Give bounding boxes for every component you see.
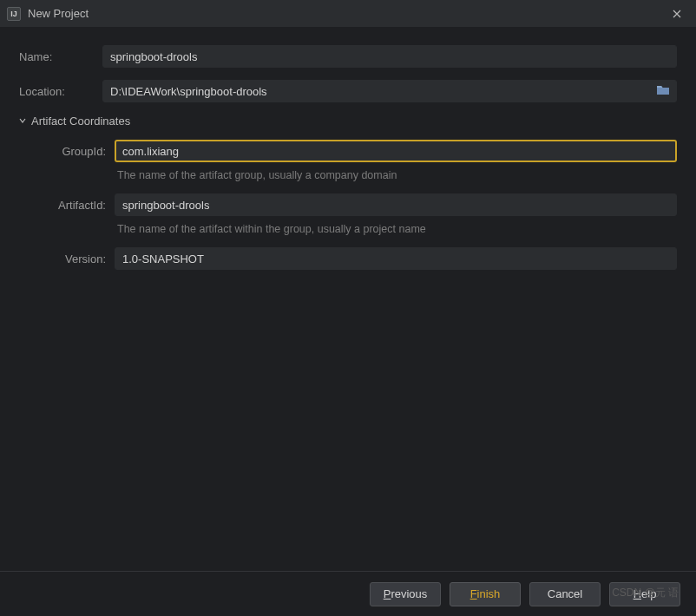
artifact-section-title: Artifact Coordinates (31, 115, 130, 128)
location-label: Location: (19, 85, 102, 98)
name-row: Name: (19, 45, 677, 68)
cancel-button[interactable]: Cancel (529, 582, 601, 606)
button-bar: Previous Finish Cancel Help (0, 571, 696, 616)
version-input[interactable] (115, 247, 677, 270)
artifact-fields: GroupId: The name of the artifact group,… (19, 140, 677, 270)
previous-button[interactable]: Previous (370, 582, 441, 606)
finish-button[interactable]: Finish (450, 582, 521, 606)
artifact-coordinates-toggle[interactable]: Artifact Coordinates (19, 115, 677, 128)
name-label: Name: (19, 50, 102, 63)
artifact-id-hint-row: The name of the artifact within the grou… (31, 223, 677, 235)
group-id-input[interactable] (115, 140, 677, 162)
group-id-row: GroupId: (31, 140, 677, 162)
artifact-id-row: ArtifactId: (31, 193, 677, 216)
location-input[interactable] (102, 80, 677, 102)
help-button[interactable]: Help (609, 582, 680, 606)
version-label: Version: (31, 252, 115, 265)
dialog-content: Name: Location: Artifact Coordinates Gro… (0, 28, 696, 270)
artifact-id-input[interactable] (115, 193, 677, 216)
folder-icon[interactable] (656, 84, 670, 98)
artifact-id-label: ArtifactId: (31, 199, 115, 212)
window-title: New Project (28, 7, 665, 20)
group-id-label: GroupId: (31, 145, 115, 158)
artifact-id-hint: The name of the artifact within the grou… (115, 223, 426, 235)
group-id-hint: The name of the artifact group, usually … (115, 169, 397, 181)
app-icon: IJ (7, 7, 21, 21)
close-icon[interactable] (665, 3, 689, 24)
group-id-hint-row: The name of the artifact group, usually … (31, 169, 677, 181)
chevron-down-icon (19, 116, 26, 126)
name-input[interactable] (102, 45, 677, 68)
version-row: Version: (31, 247, 677, 270)
location-row: Location: (19, 80, 677, 102)
title-bar: IJ New Project (0, 0, 696, 28)
